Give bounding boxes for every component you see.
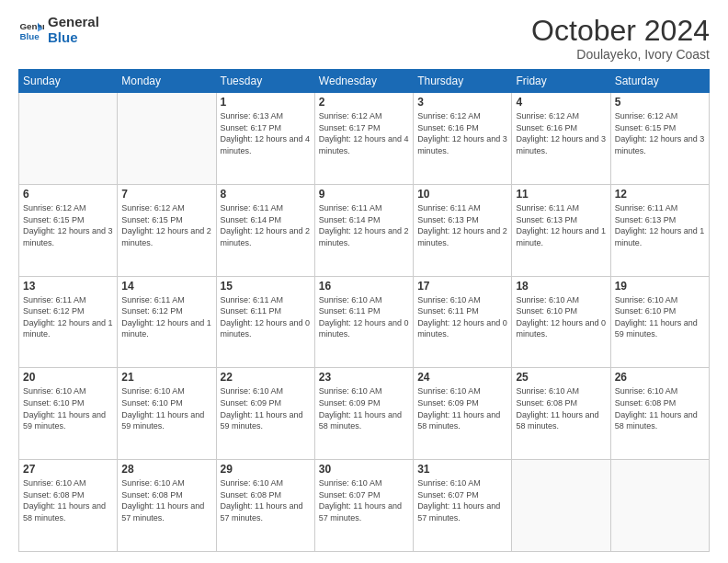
- page: General Blue General Blue October 2024 D…: [0, 0, 728, 563]
- calendar-cell: 11Sunrise: 6:11 AMSunset: 6:13 PMDayligh…: [512, 184, 610, 276]
- calendar-cell: 20Sunrise: 6:10 AMSunset: 6:10 PMDayligh…: [19, 368, 118, 460]
- day-info: Sunrise: 6:12 AMSunset: 6:15 PMDaylight:…: [121, 202, 211, 248]
- day-info: Sunrise: 6:10 AMSunset: 6:07 PMDaylight:…: [319, 477, 409, 523]
- day-info: Sunrise: 6:12 AMSunset: 6:17 PMDaylight:…: [319, 110, 409, 156]
- day-info: Sunrise: 6:10 AMSunset: 6:09 PMDaylight:…: [319, 385, 409, 431]
- day-info: Sunrise: 6:11 AMSunset: 6:13 PMDaylight:…: [417, 202, 507, 248]
- day-number: 17: [417, 280, 507, 293]
- calendar-cell: 16Sunrise: 6:10 AMSunset: 6:11 PMDayligh…: [314, 276, 413, 368]
- day-info: Sunrise: 6:10 AMSunset: 6:11 PMDaylight:…: [319, 294, 409, 340]
- day-info: Sunrise: 6:13 AMSunset: 6:17 PMDaylight:…: [221, 110, 311, 156]
- day-info: Sunrise: 6:10 AMSunset: 6:07 PMDaylight:…: [417, 477, 507, 523]
- day-number: 9: [319, 188, 409, 201]
- day-number: 23: [319, 371, 409, 384]
- calendar-week-0: 1Sunrise: 6:13 AMSunset: 6:17 PMDaylight…: [19, 93, 710, 185]
- calendar-cell: 17Sunrise: 6:10 AMSunset: 6:11 PMDayligh…: [414, 276, 512, 368]
- day-info: Sunrise: 6:11 AMSunset: 6:12 PMDaylight:…: [23, 294, 113, 340]
- day-number: 18: [516, 280, 606, 293]
- calendar-cell: 1Sunrise: 6:13 AMSunset: 6:17 PMDaylight…: [216, 93, 314, 185]
- header: General Blue General Blue October 2024 D…: [18, 15, 710, 62]
- calendar-header-row: SundayMondayTuesdayWednesdayThursdayFrid…: [19, 70, 710, 93]
- calendar-cell: 24Sunrise: 6:10 AMSunset: 6:09 PMDayligh…: [414, 368, 512, 460]
- calendar-week-4: 27Sunrise: 6:10 AMSunset: 6:08 PMDayligh…: [19, 460, 710, 552]
- day-info: Sunrise: 6:11 AMSunset: 6:13 PMDaylight:…: [516, 202, 606, 248]
- calendar-cell: 7Sunrise: 6:12 AMSunset: 6:15 PMDaylight…: [118, 184, 216, 276]
- day-header-saturday: Saturday: [610, 70, 709, 93]
- calendar-cell: [512, 460, 610, 552]
- calendar-week-1: 6Sunrise: 6:12 AMSunset: 6:15 PMDaylight…: [19, 184, 710, 276]
- calendar-cell: [19, 93, 118, 185]
- calendar-cell: 5Sunrise: 6:12 AMSunset: 6:15 PMDaylight…: [610, 93, 709, 185]
- calendar-cell: 12Sunrise: 6:11 AMSunset: 6:13 PMDayligh…: [610, 184, 709, 276]
- calendar-cell: [118, 93, 216, 185]
- calendar-cell: 26Sunrise: 6:10 AMSunset: 6:08 PMDayligh…: [610, 368, 709, 460]
- calendar-cell: 22Sunrise: 6:10 AMSunset: 6:09 PMDayligh…: [216, 368, 314, 460]
- calendar-cell: 6Sunrise: 6:12 AMSunset: 6:15 PMDaylight…: [19, 184, 118, 276]
- calendar-cell: 13Sunrise: 6:11 AMSunset: 6:12 PMDayligh…: [19, 276, 118, 368]
- day-info: Sunrise: 6:12 AMSunset: 6:15 PMDaylight:…: [23, 202, 113, 248]
- day-number: 10: [417, 188, 507, 201]
- day-info: Sunrise: 6:10 AMSunset: 6:08 PMDaylight:…: [516, 385, 606, 431]
- day-info: Sunrise: 6:11 AMSunset: 6:12 PMDaylight:…: [121, 294, 211, 340]
- day-number: 31: [417, 463, 507, 476]
- day-info: Sunrise: 6:12 AMSunset: 6:15 PMDaylight:…: [615, 110, 705, 156]
- calendar-week-3: 20Sunrise: 6:10 AMSunset: 6:10 PMDayligh…: [19, 368, 710, 460]
- day-number: 11: [516, 188, 606, 201]
- day-info: Sunrise: 6:12 AMSunset: 6:16 PMDaylight:…: [417, 110, 507, 156]
- day-number: 16: [319, 280, 409, 293]
- calendar-week-2: 13Sunrise: 6:11 AMSunset: 6:12 PMDayligh…: [19, 276, 710, 368]
- day-header-friday: Friday: [512, 70, 610, 93]
- day-info: Sunrise: 6:11 AMSunset: 6:13 PMDaylight:…: [615, 202, 705, 248]
- day-info: Sunrise: 6:10 AMSunset: 6:08 PMDaylight:…: [121, 477, 211, 523]
- day-header-tuesday: Tuesday: [216, 70, 314, 93]
- calendar-table: SundayMondayTuesdayWednesdayThursdayFrid…: [18, 69, 710, 552]
- day-number: 13: [23, 280, 113, 293]
- day-info: Sunrise: 6:10 AMSunset: 6:10 PMDaylight:…: [121, 385, 211, 431]
- calendar-cell: 27Sunrise: 6:10 AMSunset: 6:08 PMDayligh…: [19, 460, 118, 552]
- calendar-cell: 30Sunrise: 6:10 AMSunset: 6:07 PMDayligh…: [314, 460, 413, 552]
- calendar-cell: 2Sunrise: 6:12 AMSunset: 6:17 PMDaylight…: [314, 93, 413, 185]
- day-number: 2: [319, 96, 409, 109]
- day-info: Sunrise: 6:11 AMSunset: 6:14 PMDaylight:…: [221, 202, 311, 248]
- day-number: 25: [516, 371, 606, 384]
- day-number: 8: [221, 188, 311, 201]
- day-info: Sunrise: 6:12 AMSunset: 6:16 PMDaylight:…: [516, 110, 606, 156]
- day-info: Sunrise: 6:10 AMSunset: 6:08 PMDaylight:…: [615, 385, 705, 431]
- day-number: 1: [221, 96, 311, 109]
- calendar-cell: 18Sunrise: 6:10 AMSunset: 6:10 PMDayligh…: [512, 276, 610, 368]
- logo: General Blue General Blue: [18, 15, 99, 45]
- day-number: 6: [23, 188, 113, 201]
- calendar-cell: 14Sunrise: 6:11 AMSunset: 6:12 PMDayligh…: [118, 276, 216, 368]
- day-info: Sunrise: 6:11 AMSunset: 6:14 PMDaylight:…: [319, 202, 409, 248]
- logo-blue: Blue: [48, 30, 99, 46]
- calendar-cell: 10Sunrise: 6:11 AMSunset: 6:13 PMDayligh…: [414, 184, 512, 276]
- day-number: 24: [417, 371, 507, 384]
- calendar-cell: 9Sunrise: 6:11 AMSunset: 6:14 PMDaylight…: [314, 184, 413, 276]
- day-info: Sunrise: 6:10 AMSunset: 6:08 PMDaylight:…: [221, 477, 311, 523]
- day-number: 4: [516, 96, 606, 109]
- day-number: 7: [121, 188, 211, 201]
- day-info: Sunrise: 6:10 AMSunset: 6:11 PMDaylight:…: [417, 294, 507, 340]
- day-info: Sunrise: 6:10 AMSunset: 6:09 PMDaylight:…: [221, 385, 311, 431]
- day-number: 27: [23, 463, 113, 476]
- calendar-cell: 19Sunrise: 6:10 AMSunset: 6:10 PMDayligh…: [610, 276, 709, 368]
- day-info: Sunrise: 6:10 AMSunset: 6:10 PMDaylight:…: [23, 385, 113, 431]
- day-header-monday: Monday: [118, 70, 216, 93]
- calendar-cell: 8Sunrise: 6:11 AMSunset: 6:14 PMDaylight…: [216, 184, 314, 276]
- day-number: 21: [121, 371, 211, 384]
- day-number: 30: [319, 463, 409, 476]
- day-info: Sunrise: 6:11 AMSunset: 6:11 PMDaylight:…: [221, 294, 311, 340]
- svg-text:Blue: Blue: [19, 30, 40, 40]
- calendar-cell: 15Sunrise: 6:11 AMSunset: 6:11 PMDayligh…: [216, 276, 314, 368]
- day-number: 22: [221, 371, 311, 384]
- day-info: Sunrise: 6:10 AMSunset: 6:08 PMDaylight:…: [23, 477, 113, 523]
- day-info: Sunrise: 6:10 AMSunset: 6:10 PMDaylight:…: [516, 294, 606, 340]
- day-number: 28: [121, 463, 211, 476]
- calendar-cell: 23Sunrise: 6:10 AMSunset: 6:09 PMDayligh…: [314, 368, 413, 460]
- day-header-thursday: Thursday: [414, 70, 512, 93]
- calendar-cell: 29Sunrise: 6:10 AMSunset: 6:08 PMDayligh…: [216, 460, 314, 552]
- location: Doulayeko, Ivory Coast: [531, 47, 710, 62]
- logo-general: General: [48, 15, 99, 30]
- day-number: 3: [417, 96, 507, 109]
- day-number: 12: [615, 188, 705, 201]
